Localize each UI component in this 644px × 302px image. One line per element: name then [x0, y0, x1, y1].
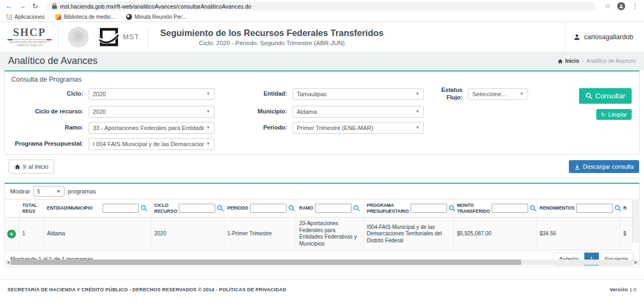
ramo-label: Ramo:	[8, 124, 83, 132]
home-icon	[14, 164, 20, 170]
estatus-flujo-select[interactable]: Seleccione...▼	[468, 88, 528, 100]
profile-avatar-icon[interactable]	[617, 2, 625, 10]
download-icon	[574, 164, 580, 170]
search-icon[interactable]	[614, 205, 621, 212]
programa-presupuestal-label: Programa Presupuestal:	[8, 140, 83, 148]
horizontal-scrollbar: ◀ ▶	[5, 260, 639, 265]
scrollbar-thumb[interactable]	[11, 260, 521, 265]
forward-icon[interactable]: →	[19, 3, 26, 10]
username: carlosagallardob	[584, 33, 633, 41]
consulta-panel: Consulta de Programas Ciclo: 2020▼ Entid…	[4, 70, 640, 155]
mst-logo: MST	[99, 27, 139, 47]
bookmark-biblioteca[interactable]: Biblioteca de medio...	[55, 14, 115, 20]
app-subtitle: Ciclo: 2020 - Periodo: Segundo Trimestre…	[160, 40, 383, 46]
consultar-button[interactable]: Consultar	[579, 88, 632, 104]
search-icon[interactable]	[353, 205, 360, 212]
expand-row-icon[interactable]: +	[8, 231, 15, 238]
bookmark-apps[interactable]: Aplicaciones	[6, 14, 45, 20]
menu-dots-icon[interactable]: ⋮	[632, 3, 639, 10]
col-programa-presupuestario: PROGRAMA PRESUPUESTARIO	[367, 203, 409, 214]
estatus-flujo-label: Estatus Flujo:	[429, 87, 463, 102]
back-icon[interactable]: ←	[5, 3, 12, 10]
footer-copyright: SECRETARÍA DE HACIENDA Y CRÉDITO PÚBLICO…	[8, 287, 286, 302]
municipio-select[interactable]: Aldama▼	[292, 106, 424, 118]
expand-column-header	[5, 199, 19, 218]
ciclo-select[interactable]: 2020▼	[89, 88, 215, 100]
table-vertical-scrollbar[interactable]	[632, 199, 639, 243]
ramo-select[interactable]: 33 - Aportaciones Federales para Entidad…	[89, 122, 215, 134]
ciclo-recurso-label: Ciclo de recurso:	[8, 108, 83, 116]
programa-presupuestal-select[interactable]: I 004 FAIS Municipal y de las Demarcacio…	[89, 138, 215, 150]
ciclo-recurso-select[interactable]: 2020▼	[89, 106, 215, 118]
refresh-icon: ↻	[601, 111, 606, 118]
col-periodo: PERIODO	[228, 205, 248, 211]
footer-version: Versión1.0	[610, 287, 636, 302]
page-footer: SECRETARÍA DE HACIENDA Y CRÉDITO PÚBLICO…	[0, 279, 644, 302]
panel-title: Consulta de Programas	[5, 71, 639, 85]
scroll-right-icon[interactable]: ▶	[633, 260, 639, 265]
municipio-label: Municipio:	[220, 108, 287, 116]
url-text: mst.hacienda.gob.mx/rft-web/analiticoAva…	[60, 3, 251, 10]
search-icon[interactable]	[288, 205, 295, 212]
chevron-down-icon: ▼	[56, 189, 61, 194]
descargar-consulta-button[interactable]: Descargar consulta	[569, 160, 639, 173]
col-entidad-municipio: ENTIDAD/MUNICIPIO	[47, 205, 101, 211]
cell-periodo: 1-Primer Trimestre	[224, 218, 296, 250]
breadcrumb-home-link[interactable]: Inicio	[558, 58, 579, 64]
chevron-down-icon: ▼	[415, 109, 420, 114]
chevron-down-icon: ▼	[206, 141, 210, 146]
col-ciclo-recurso: CICLO RECURSO	[155, 203, 178, 214]
filter-rendimientos-input[interactable]	[576, 204, 613, 213]
breadcrumb: Inicio › Analítico de Avances	[558, 58, 636, 64]
cell-total-regs: 1	[19, 218, 43, 250]
chevron-down-icon: ▼	[415, 125, 420, 130]
periodo-select[interactable]: Primer Trimestre (ENE-MAR)▼	[292, 122, 424, 134]
filter-monto-input[interactable]	[492, 204, 528, 213]
page-title: Analítico de Avances	[8, 55, 98, 67]
filter-ciclo-input[interactable]	[179, 204, 215, 213]
search-icon[interactable]	[530, 205, 537, 212]
periodo-label: Periodo:	[220, 124, 287, 132]
col-total-regs: TOTAL REGS	[23, 203, 40, 214]
filter-programa-input[interactable]	[411, 204, 447, 213]
search-icon[interactable]	[449, 205, 456, 212]
bookmarks-bar: Aplicaciones Biblioteca de medio... Minu…	[0, 12, 644, 21]
scrollbar-track[interactable]	[11, 260, 633, 265]
entidad-label: Entidad:	[220, 90, 287, 98]
actions-strip: Ir al Inicio Descargar consulta	[4, 155, 640, 178]
chevron-down-icon: ▼	[519, 91, 524, 96]
filter-entidad-input[interactable]	[103, 204, 139, 213]
cell-entidad: Aldama	[43, 218, 151, 250]
browser-chrome: ← → ↻ mst.hacienda.gob.mx/rft-web/analit…	[0, 0, 644, 22]
bookmark-star-icon[interactable]: ☆	[604, 3, 611, 10]
lock-icon	[52, 3, 57, 9]
reload-icon[interactable]: ↻	[32, 3, 38, 10]
cell-truncated: $	[620, 218, 632, 250]
chevron-down-icon: ▼	[206, 91, 210, 96]
col-monto-transferido: MONTO TRANSFERIDO	[457, 203, 490, 214]
user-menu[interactable]: carlosagallardob	[565, 22, 644, 52]
entidad-select[interactable]: Tamaulipas▼	[292, 88, 424, 100]
cell-ciclo: 2020	[151, 218, 224, 250]
apps-grid-icon	[6, 15, 12, 20]
mst-glyph-icon	[99, 27, 119, 47]
limpiar-button[interactable]: ↻ Limpiar	[596, 109, 632, 120]
ir-al-inicio-button[interactable]: Ir al Inicio	[9, 160, 54, 174]
filter-periodo-input[interactable]	[250, 204, 287, 213]
mexico-eagle-emblem	[68, 27, 89, 47]
scroll-left-icon[interactable]: ◀	[5, 260, 11, 265]
page-title-bar: Analítico de Avances Inicio › Analítico …	[0, 52, 644, 70]
bookmark-favicon	[126, 14, 132, 20]
col-ramo: RAMO	[299, 205, 313, 211]
app-header: SHCP SECRETARÍA DE HACIENDA Y CRÉDITO PÚ…	[0, 22, 644, 52]
bookmark-minuta[interactable]: Minuta Reunión Per...	[126, 14, 186, 20]
filter-ramo-input[interactable]	[315, 204, 352, 213]
ciclo-label: Ciclo:	[8, 90, 83, 98]
search-icon[interactable]	[141, 205, 148, 212]
page-size-select[interactable]: 5 ▼	[33, 186, 64, 197]
programas-label: programas	[68, 188, 96, 195]
col-rendimientos: RENDIMIENTOS	[540, 205, 575, 211]
search-icon[interactable]	[217, 205, 224, 212]
table-row: + 1 Aldama 2020 1-Primer Trimestre 33-Ap…	[5, 218, 632, 250]
url-bar[interactable]: mst.hacienda.gob.mx/rft-web/analiticoAva…	[47, 2, 596, 11]
